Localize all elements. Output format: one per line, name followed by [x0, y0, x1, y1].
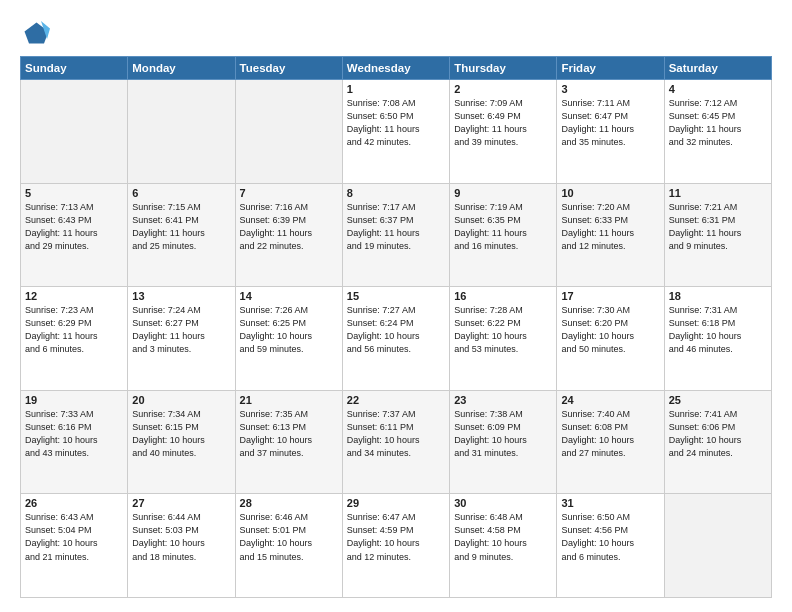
- weekday-header-friday: Friday: [557, 57, 664, 80]
- day-cell: [664, 494, 771, 598]
- weekday-header-saturday: Saturday: [664, 57, 771, 80]
- day-cell: 16Sunrise: 7:28 AMSunset: 6:22 PMDayligh…: [450, 287, 557, 391]
- day-info: Sunrise: 6:46 AMSunset: 5:01 PMDaylight:…: [240, 511, 338, 563]
- day-cell: 1Sunrise: 7:08 AMSunset: 6:50 PMDaylight…: [342, 80, 449, 184]
- day-cell: 27Sunrise: 6:44 AMSunset: 5:03 PMDayligh…: [128, 494, 235, 598]
- day-number: 12: [25, 290, 123, 302]
- day-number: 29: [347, 497, 445, 509]
- day-number: 6: [132, 187, 230, 199]
- day-cell: [128, 80, 235, 184]
- day-info: Sunrise: 7:20 AMSunset: 6:33 PMDaylight:…: [561, 201, 659, 253]
- day-info: Sunrise: 7:34 AMSunset: 6:15 PMDaylight:…: [132, 408, 230, 460]
- day-number: 15: [347, 290, 445, 302]
- day-number: 22: [347, 394, 445, 406]
- day-number: 11: [669, 187, 767, 199]
- day-number: 28: [240, 497, 338, 509]
- day-info: Sunrise: 7:24 AMSunset: 6:27 PMDaylight:…: [132, 304, 230, 356]
- day-cell: 30Sunrise: 6:48 AMSunset: 4:58 PMDayligh…: [450, 494, 557, 598]
- day-cell: 18Sunrise: 7:31 AMSunset: 6:18 PMDayligh…: [664, 287, 771, 391]
- day-info: Sunrise: 6:43 AMSunset: 5:04 PMDaylight:…: [25, 511, 123, 563]
- day-cell: 20Sunrise: 7:34 AMSunset: 6:15 PMDayligh…: [128, 390, 235, 494]
- day-cell: 15Sunrise: 7:27 AMSunset: 6:24 PMDayligh…: [342, 287, 449, 391]
- day-info: Sunrise: 7:16 AMSunset: 6:39 PMDaylight:…: [240, 201, 338, 253]
- day-cell: 19Sunrise: 7:33 AMSunset: 6:16 PMDayligh…: [21, 390, 128, 494]
- day-info: Sunrise: 7:33 AMSunset: 6:16 PMDaylight:…: [25, 408, 123, 460]
- day-info: Sunrise: 7:40 AMSunset: 6:08 PMDaylight:…: [561, 408, 659, 460]
- day-cell: 14Sunrise: 7:26 AMSunset: 6:25 PMDayligh…: [235, 287, 342, 391]
- day-number: 2: [454, 83, 552, 95]
- day-number: 1: [347, 83, 445, 95]
- day-number: 21: [240, 394, 338, 406]
- day-number: 8: [347, 187, 445, 199]
- day-number: 10: [561, 187, 659, 199]
- day-cell: 21Sunrise: 7:35 AMSunset: 6:13 PMDayligh…: [235, 390, 342, 494]
- page: SundayMondayTuesdayWednesdayThursdayFrid…: [0, 0, 792, 612]
- day-number: 14: [240, 290, 338, 302]
- day-info: Sunrise: 7:23 AMSunset: 6:29 PMDaylight:…: [25, 304, 123, 356]
- day-number: 23: [454, 394, 552, 406]
- day-number: 19: [25, 394, 123, 406]
- day-number: 5: [25, 187, 123, 199]
- day-number: 24: [561, 394, 659, 406]
- day-info: Sunrise: 7:41 AMSunset: 6:06 PMDaylight:…: [669, 408, 767, 460]
- week-row-1: 1Sunrise: 7:08 AMSunset: 6:50 PMDaylight…: [21, 80, 772, 184]
- day-cell: 24Sunrise: 7:40 AMSunset: 6:08 PMDayligh…: [557, 390, 664, 494]
- day-cell: 11Sunrise: 7:21 AMSunset: 6:31 PMDayligh…: [664, 183, 771, 287]
- day-info: Sunrise: 7:21 AMSunset: 6:31 PMDaylight:…: [669, 201, 767, 253]
- day-number: 27: [132, 497, 230, 509]
- weekday-header-thursday: Thursday: [450, 57, 557, 80]
- day-cell: 12Sunrise: 7:23 AMSunset: 6:29 PMDayligh…: [21, 287, 128, 391]
- day-cell: 28Sunrise: 6:46 AMSunset: 5:01 PMDayligh…: [235, 494, 342, 598]
- day-number: 30: [454, 497, 552, 509]
- day-info: Sunrise: 7:37 AMSunset: 6:11 PMDaylight:…: [347, 408, 445, 460]
- day-cell: 29Sunrise: 6:47 AMSunset: 4:59 PMDayligh…: [342, 494, 449, 598]
- week-row-2: 5Sunrise: 7:13 AMSunset: 6:43 PMDaylight…: [21, 183, 772, 287]
- day-number: 18: [669, 290, 767, 302]
- day-info: Sunrise: 7:12 AMSunset: 6:45 PMDaylight:…: [669, 97, 767, 149]
- day-number: 7: [240, 187, 338, 199]
- day-info: Sunrise: 7:31 AMSunset: 6:18 PMDaylight:…: [669, 304, 767, 356]
- weekday-header-row: SundayMondayTuesdayWednesdayThursdayFrid…: [21, 57, 772, 80]
- week-row-3: 12Sunrise: 7:23 AMSunset: 6:29 PMDayligh…: [21, 287, 772, 391]
- weekday-header-wednesday: Wednesday: [342, 57, 449, 80]
- weekday-header-tuesday: Tuesday: [235, 57, 342, 80]
- day-number: 20: [132, 394, 230, 406]
- day-number: 17: [561, 290, 659, 302]
- week-row-4: 19Sunrise: 7:33 AMSunset: 6:16 PMDayligh…: [21, 390, 772, 494]
- day-info: Sunrise: 7:27 AMSunset: 6:24 PMDaylight:…: [347, 304, 445, 356]
- day-info: Sunrise: 7:19 AMSunset: 6:35 PMDaylight:…: [454, 201, 552, 253]
- day-info: Sunrise: 7:11 AMSunset: 6:47 PMDaylight:…: [561, 97, 659, 149]
- day-info: Sunrise: 7:17 AMSunset: 6:37 PMDaylight:…: [347, 201, 445, 253]
- day-info: Sunrise: 7:15 AMSunset: 6:41 PMDaylight:…: [132, 201, 230, 253]
- day-cell: [21, 80, 128, 184]
- day-cell: 31Sunrise: 6:50 AMSunset: 4:56 PMDayligh…: [557, 494, 664, 598]
- day-cell: 23Sunrise: 7:38 AMSunset: 6:09 PMDayligh…: [450, 390, 557, 494]
- day-cell: 9Sunrise: 7:19 AMSunset: 6:35 PMDaylight…: [450, 183, 557, 287]
- day-cell: 26Sunrise: 6:43 AMSunset: 5:04 PMDayligh…: [21, 494, 128, 598]
- day-info: Sunrise: 7:28 AMSunset: 6:22 PMDaylight:…: [454, 304, 552, 356]
- day-cell: 13Sunrise: 7:24 AMSunset: 6:27 PMDayligh…: [128, 287, 235, 391]
- day-cell: 3Sunrise: 7:11 AMSunset: 6:47 PMDaylight…: [557, 80, 664, 184]
- day-number: 3: [561, 83, 659, 95]
- day-info: Sunrise: 7:35 AMSunset: 6:13 PMDaylight:…: [240, 408, 338, 460]
- day-info: Sunrise: 6:47 AMSunset: 4:59 PMDaylight:…: [347, 511, 445, 563]
- day-info: Sunrise: 7:26 AMSunset: 6:25 PMDaylight:…: [240, 304, 338, 356]
- logo-icon: [20, 18, 50, 48]
- day-cell: 4Sunrise: 7:12 AMSunset: 6:45 PMDaylight…: [664, 80, 771, 184]
- day-info: Sunrise: 6:50 AMSunset: 4:56 PMDaylight:…: [561, 511, 659, 563]
- day-info: Sunrise: 7:38 AMSunset: 6:09 PMDaylight:…: [454, 408, 552, 460]
- day-number: 9: [454, 187, 552, 199]
- day-number: 31: [561, 497, 659, 509]
- day-number: 16: [454, 290, 552, 302]
- day-number: 13: [132, 290, 230, 302]
- weekday-header-sunday: Sunday: [21, 57, 128, 80]
- day-cell: [235, 80, 342, 184]
- day-cell: 8Sunrise: 7:17 AMSunset: 6:37 PMDaylight…: [342, 183, 449, 287]
- day-cell: 22Sunrise: 7:37 AMSunset: 6:11 PMDayligh…: [342, 390, 449, 494]
- day-cell: 7Sunrise: 7:16 AMSunset: 6:39 PMDaylight…: [235, 183, 342, 287]
- day-cell: 17Sunrise: 7:30 AMSunset: 6:20 PMDayligh…: [557, 287, 664, 391]
- day-cell: 10Sunrise: 7:20 AMSunset: 6:33 PMDayligh…: [557, 183, 664, 287]
- day-info: Sunrise: 7:09 AMSunset: 6:49 PMDaylight:…: [454, 97, 552, 149]
- day-number: 26: [25, 497, 123, 509]
- day-number: 25: [669, 394, 767, 406]
